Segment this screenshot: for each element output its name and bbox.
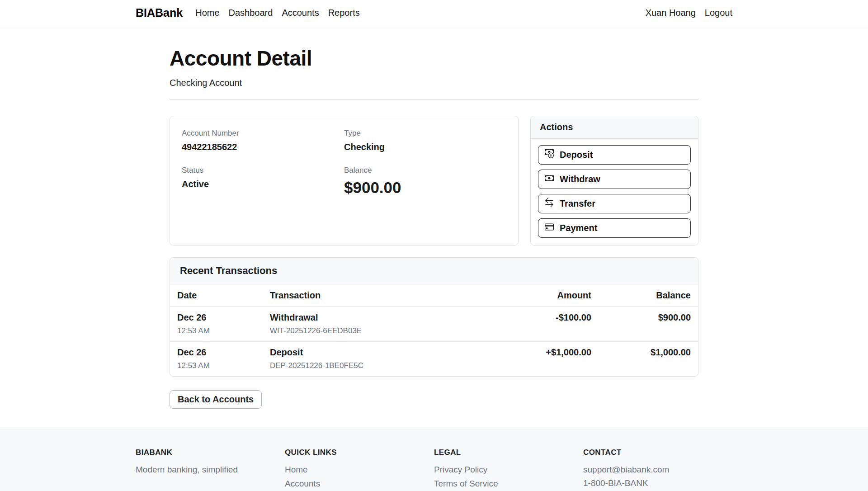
footer-contact-phone: 1-800-BIA-BANK [583, 478, 732, 488]
transaction-balance: $1,000.00 [599, 342, 698, 377]
divider [170, 99, 698, 99]
transfer-button[interactable]: Transfer [538, 194, 691, 213]
footer-container: BIABANK Modern banking, simplified QUICK… [130, 448, 738, 491]
withdraw-button[interactable]: Withdraw [538, 170, 691, 189]
transaction-balance: $900.00 [599, 307, 698, 342]
recent-transactions-title: Recent Transactions [170, 258, 698, 284]
nav-link-accounts[interactable]: Accounts [282, 8, 319, 18]
transaction-time: 12:53 AM [177, 326, 255, 335]
account-type-label: Type [344, 129, 506, 138]
account-status-value: Active [182, 179, 344, 189]
nav-link-dashboard[interactable]: Dashboard [229, 8, 273, 18]
column-header-balance: Balance [599, 284, 698, 307]
back-to-accounts-button[interactable]: Back to Accounts [170, 390, 262, 409]
actions-panel: Actions Deposit [530, 116, 698, 246]
actions-body: Deposit Withdraw [531, 139, 698, 245]
transaction-reference: WIT-20251226-6EEDB03E [270, 326, 492, 335]
account-balance-value: $900.00 [344, 179, 506, 197]
account-info-card: Account Number 49422185622 Type Checking… [170, 116, 519, 246]
page-footer: BIABANK Modern banking, simplified QUICK… [0, 430, 868, 491]
actions-panel-title: Actions [531, 116, 698, 139]
payment-button-label: Payment [560, 223, 597, 233]
arrow-left-right-icon [545, 198, 554, 209]
transaction-type: Withdrawal [270, 312, 492, 323]
account-type-subtitle: Checking Account [170, 78, 698, 88]
account-balance-label: Balance [344, 166, 506, 175]
footer-link-terms-of-service[interactable]: Terms of Service [434, 479, 583, 489]
footer-brand-column: BIABANK Modern banking, simplified [136, 448, 285, 491]
user-name-link[interactable]: Xuan Hoang [646, 8, 696, 18]
transaction-date: Dec 26 [177, 312, 255, 323]
main-content: Account Detail Checking Account Account … [170, 26, 698, 430]
footer-quick-links-title: QUICK LINKS [285, 448, 434, 457]
footer-brand-title: BIABANK [136, 448, 285, 457]
footer-legal-column: LEGAL Privacy Policy Terms of Service [434, 448, 583, 491]
footer-link-accounts[interactable]: Accounts [285, 479, 434, 489]
transaction-reference: DEP-20251226-1BE0FE5C [270, 361, 492, 370]
page-title: Account Detail [170, 46, 698, 71]
footer-link-home[interactable]: Home [285, 465, 434, 475]
detail-row: Account Number 49422185622 Type Checking… [170, 116, 698, 246]
transfer-button-label: Transfer [560, 198, 595, 209]
logout-link[interactable]: Logout [705, 8, 732, 18]
account-type-value: Checking [344, 142, 506, 152]
account-number-label: Account Number [182, 129, 344, 138]
footer-columns: BIABANK Modern banking, simplified QUICK… [136, 448, 732, 491]
column-header-amount: Amount [499, 284, 599, 307]
navbar-container: BIABank Home Dashboard Accounts Reports … [130, 6, 738, 19]
footer-link-privacy-policy[interactable]: Privacy Policy [434, 465, 583, 475]
account-number-value: 49422185622 [182, 142, 344, 152]
nav-link-home[interactable]: Home [195, 8, 219, 18]
nav-link-reports[interactable]: Reports [328, 8, 360, 18]
top-navbar: BIABank Home Dashboard Accounts Reports … [0, 0, 868, 26]
footer-legal-title: LEGAL [434, 448, 583, 457]
nav-right: Xuan Hoang Logout [646, 8, 732, 18]
withdraw-button-label: Withdraw [560, 174, 600, 184]
footer-contact-email: support@biabank.com [583, 465, 732, 475]
transaction-time: 12:53 AM [177, 361, 255, 370]
table-header-row: Date Transaction Amount Balance [170, 284, 698, 307]
transaction-amount: -$100.00 [499, 307, 599, 342]
transaction-type: Deposit [270, 347, 492, 358]
column-header-date: Date [170, 284, 263, 307]
footer-contact-column: CONTACT support@biabank.com 1-800-BIA-BA… [583, 448, 732, 491]
account-status-field: Status Active [182, 166, 344, 197]
recent-transactions-card: Recent Transactions Date Transaction Amo… [170, 257, 698, 377]
deposit-button-label: Deposit [560, 150, 593, 160]
footer-quick-links-column: QUICK LINKS Home Accounts Reports [285, 448, 434, 491]
account-balance-field: Balance $900.00 [344, 166, 506, 197]
transaction-row: Dec 26 12:53 AM Deposit DEP-20251226-1BE… [170, 342, 698, 377]
transactions-table: Date Transaction Amount Balance Dec 26 1… [170, 284, 698, 376]
transaction-date: Dec 26 [177, 347, 255, 358]
credit-card-icon [545, 222, 554, 234]
cash-coin-icon [545, 149, 554, 161]
nav-links: Home Dashboard Accounts Reports [195, 8, 360, 18]
account-status-label: Status [182, 166, 344, 175]
deposit-button[interactable]: Deposit [538, 145, 691, 165]
account-number-field: Account Number 49422185622 [182, 129, 344, 152]
cash-icon [545, 174, 554, 185]
footer-brand-tagline: Modern banking, simplified [136, 465, 285, 475]
brand-logo[interactable]: BIABank [136, 6, 183, 19]
payment-button[interactable]: Payment [538, 218, 691, 238]
footer-contact-title: CONTACT [583, 448, 732, 457]
transaction-row: Dec 26 12:53 AM Withdrawal WIT-20251226-… [170, 307, 698, 342]
account-type-field: Type Checking [344, 129, 506, 152]
transaction-amount: +$1,000.00 [499, 342, 599, 377]
column-header-transaction: Transaction [263, 284, 499, 307]
